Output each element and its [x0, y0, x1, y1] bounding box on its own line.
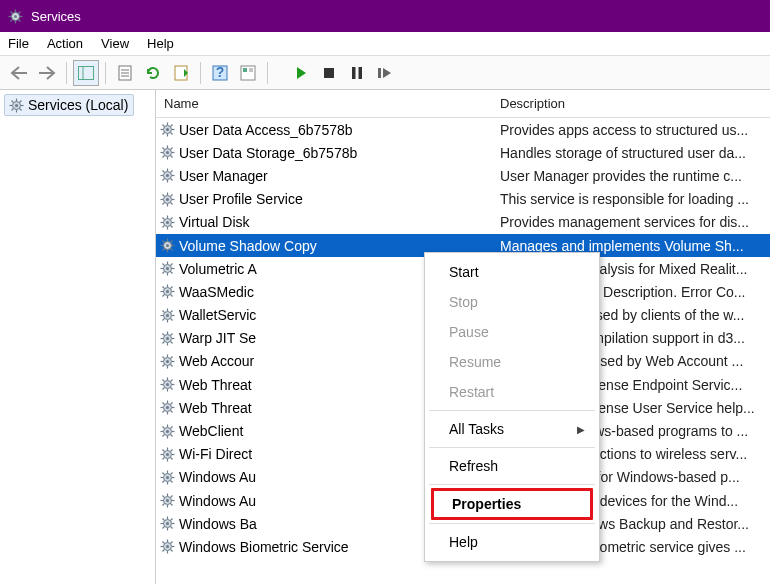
service-row[interactable]: User Data Storage_6b7578bHandles storage…	[156, 141, 770, 164]
toolbar: ?	[0, 56, 770, 90]
menu-item-properties[interactable]: Properties	[431, 488, 593, 520]
separator	[105, 62, 106, 84]
menu-file[interactable]: File	[8, 36, 29, 51]
list-pane: Name Description User Data Access_6b7578…	[156, 90, 770, 584]
menu-item-all-tasks[interactable]: All Tasks▶	[425, 414, 599, 444]
service-description: Handles storage of structured user da...	[496, 145, 770, 161]
service-description: Provides management services for dis...	[496, 214, 770, 230]
service-name: Volumetric A	[179, 261, 257, 277]
service-name: Wi-Fi Direct	[179, 446, 265, 462]
refresh-button[interactable]	[140, 60, 166, 86]
start-service-button[interactable]	[288, 60, 314, 86]
gear-icon	[160, 539, 175, 554]
gear-icon	[160, 215, 175, 230]
menu-action[interactable]: Action	[47, 36, 83, 51]
svg-rect-20	[243, 68, 247, 72]
menu-item-refresh[interactable]: Refresh	[425, 451, 599, 481]
gear-icon	[160, 516, 175, 531]
service-name: Windows Ba	[179, 516, 257, 532]
separator	[429, 523, 595, 524]
menu-item-pause: Pause	[425, 317, 599, 347]
service-name: WebClient	[179, 423, 243, 439]
window-title: Services	[31, 9, 81, 24]
app-icon	[8, 9, 23, 24]
separator	[429, 410, 595, 411]
service-name: User Manager	[179, 168, 268, 184]
menu-bar: File Action View Help	[0, 32, 770, 56]
service-name: User Data Storage_6b7578b	[179, 145, 357, 161]
gear-icon	[160, 470, 175, 485]
gear-icon	[160, 284, 175, 299]
svg-text:?: ?	[216, 65, 225, 80]
submenu-arrow-icon: ▶	[577, 424, 585, 435]
service-name: WalletServic	[179, 307, 256, 323]
service-row[interactable]: User ManagerUser Manager provides the ru…	[156, 164, 770, 187]
svg-rect-26	[378, 68, 381, 78]
gear-icon	[160, 145, 175, 160]
menu-item-help[interactable]: Help	[425, 527, 599, 557]
service-name: User Profile Service	[179, 191, 303, 207]
menu-help[interactable]: Help	[147, 36, 174, 51]
service-description: User Manager provides the runtime c...	[496, 168, 770, 184]
menu-item-restart: Restart	[425, 377, 599, 407]
service-name: Warp JIT Se	[179, 330, 256, 346]
service-name: Windows Au	[179, 469, 256, 485]
restart-service-button[interactable]	[372, 60, 398, 86]
service-name: Volume Shadow Copy	[179, 238, 317, 254]
menu-item-stop: Stop	[425, 287, 599, 317]
properties-button[interactable]	[112, 60, 138, 86]
separator	[267, 62, 268, 84]
svg-rect-10	[79, 66, 94, 79]
gear-icon	[9, 98, 24, 113]
service-name: Web Accour	[179, 353, 254, 369]
tree-pane: Services (Local)	[0, 90, 156, 584]
gear-icon	[160, 424, 175, 439]
nav-forward-button[interactable]	[34, 60, 60, 86]
svg-rect-24	[352, 67, 356, 79]
nav-back-button[interactable]	[6, 60, 32, 86]
show-hide-tree-button[interactable]	[73, 60, 99, 86]
service-row[interactable]: User Profile ServiceThis service is resp…	[156, 188, 770, 211]
gear-icon	[160, 308, 175, 323]
gear-icon	[160, 238, 175, 253]
export-button[interactable]	[168, 60, 194, 86]
column-headers: Name Description	[156, 90, 770, 118]
service-name: Web Threat	[179, 400, 267, 416]
gear-icon	[160, 331, 175, 346]
gear-icon	[160, 377, 175, 392]
gear-icon	[160, 168, 175, 183]
menu-view[interactable]: View	[101, 36, 129, 51]
separator	[200, 62, 201, 84]
service-name: User Data Access_6b7578b	[179, 122, 353, 138]
service-name: Windows Au	[179, 493, 256, 509]
gear-icon	[160, 493, 175, 508]
gear-icon	[160, 192, 175, 207]
gear-icon	[160, 400, 175, 415]
gear-icon	[160, 122, 175, 137]
details-button[interactable]	[235, 60, 261, 86]
service-name: Virtual Disk	[179, 214, 250, 230]
stop-service-button[interactable]	[316, 60, 342, 86]
menu-item-resume: Resume	[425, 347, 599, 377]
service-name: Windows Biometric Service	[179, 539, 349, 555]
gear-icon	[160, 354, 175, 369]
menu-item-start[interactable]: Start	[425, 257, 599, 287]
separator	[66, 62, 67, 84]
gear-icon	[160, 447, 175, 462]
gear-icon	[160, 261, 175, 276]
column-header-description[interactable]: Description	[496, 96, 770, 111]
service-description: This service is responsible for loading …	[496, 191, 770, 207]
svg-rect-25	[359, 67, 363, 79]
separator	[429, 484, 595, 485]
context-menu: Start Stop Pause Resume Restart All Task…	[424, 252, 600, 562]
service-name: Web Threat	[179, 377, 252, 393]
tree-node-label: Services (Local)	[28, 97, 128, 113]
help-button[interactable]: ?	[207, 60, 233, 86]
service-row[interactable]: User Data Access_6b7578bProvides apps ac…	[156, 118, 770, 141]
service-name: WaaSMedic	[179, 284, 254, 300]
tree-node-services-local[interactable]: Services (Local)	[4, 94, 134, 116]
service-row[interactable]: Virtual DiskProvides management services…	[156, 211, 770, 234]
column-header-name[interactable]: Name	[156, 96, 496, 111]
svg-rect-23	[324, 68, 334, 78]
pause-service-button[interactable]	[344, 60, 370, 86]
